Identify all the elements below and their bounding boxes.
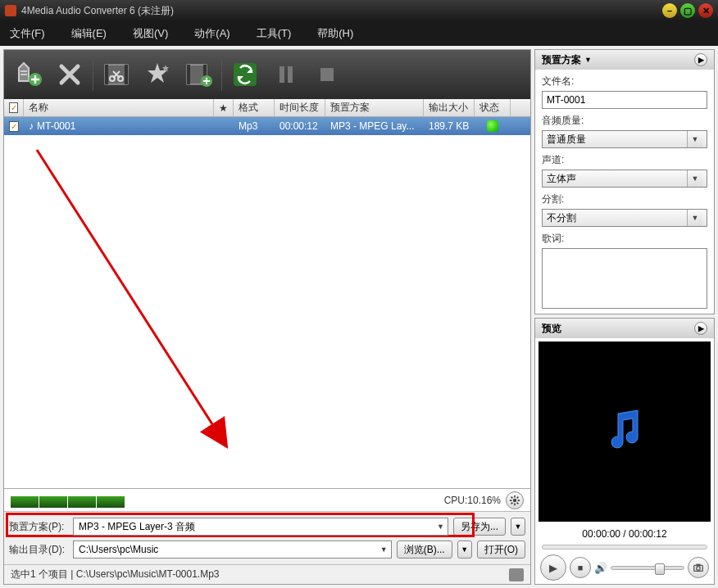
music-note-icon: ♪ [29, 120, 34, 132]
close-button[interactable]: ✕ [698, 3, 713, 18]
preview-title: 预览 [542, 322, 561, 336]
col-star[interactable]: ★ [214, 99, 234, 116]
filename-input[interactable] [542, 91, 707, 109]
svg-point-17 [697, 567, 700, 570]
convert-button[interactable] [227, 57, 263, 93]
stop-button[interactable] [309, 57, 345, 93]
add-file-button[interactable] [11, 57, 47, 93]
lyrics-textarea[interactable] [542, 248, 707, 309]
snapshot-button[interactable] [688, 557, 709, 578]
preview-screen[interactable] [538, 341, 711, 522]
svg-rect-13 [320, 68, 334, 81]
channel-combo[interactable]: 立体声 [542, 170, 707, 188]
col-checkbox[interactable]: ✓ [4, 99, 24, 116]
menu-file[interactable]: 文件(F) [10, 26, 45, 41]
svg-rect-2 [105, 65, 108, 84]
disk-icon [509, 568, 524, 581]
svg-rect-12 [288, 66, 293, 83]
row-format: Mp3 [234, 120, 275, 132]
row-checkbox[interactable]: ✓ [9, 121, 19, 132]
maximize-button[interactable]: ▢ [680, 3, 695, 18]
music-notes-icon [600, 405, 649, 458]
preview-time: 00:00:00 / 00:00:12 [535, 525, 714, 543]
preset-combo[interactable]: MP3 - MPEG Layer-3 音频 [73, 518, 448, 536]
pause-button[interactable] [268, 57, 304, 93]
volume-slider[interactable] [611, 566, 684, 570]
col-name[interactable]: 名称 [24, 99, 214, 116]
preset-panel-title: 预置方案 [542, 53, 581, 67]
saveas-button[interactable]: 另存为... [453, 518, 506, 536]
app-logo-icon [5, 5, 16, 16]
channel-label: 声道: [542, 153, 707, 167]
col-size[interactable]: 输出大小 [424, 99, 475, 116]
panel-expand-button[interactable]: ▶ [694, 53, 707, 66]
menubar: 文件(F) 编辑(E) 视图(V) 动作(A) 工具(T) 帮助(H) [0, 21, 718, 46]
menu-view[interactable]: 视图(V) [133, 26, 168, 41]
annotation-arrow [29, 142, 242, 469]
col-status[interactable]: 状态 [475, 99, 511, 116]
svg-rect-3 [125, 65, 128, 84]
menu-edit[interactable]: 编辑(E) [71, 26, 107, 41]
outdir-label: 输出目录(D): [9, 543, 68, 557]
outdir-combo[interactable]: C:\Users\pc\Music [73, 541, 392, 559]
col-preset[interactable]: 预置方案 [325, 99, 424, 116]
saveas-dropdown[interactable]: ▼ [511, 518, 525, 536]
delete-button[interactable] [52, 57, 88, 93]
row-duration: 00:00:12 [275, 120, 325, 132]
col-duration[interactable]: 时间长度 [275, 99, 325, 116]
preview-panel: 预览 ▶ 00:00:00 / 00:00:12 ▶ ■ 🔊 [534, 318, 715, 585]
preset-label: 预置方案(P): [9, 520, 68, 534]
col-format[interactable]: 格式 [234, 99, 275, 116]
svg-line-14 [37, 150, 225, 445]
browse-dropdown[interactable]: ▼ [457, 541, 472, 559]
play-button[interactable]: ▶ [540, 554, 566, 581]
titlebar: 4Media Audio Converter 6 (未注册) – ▢ ✕ [0, 0, 718, 21]
svg-rect-18 [696, 564, 700, 567]
menu-action[interactable]: 动作(A) [194, 26, 229, 41]
window-title: 4Media Audio Converter 6 (未注册) [21, 4, 662, 18]
statusbar: 选中1 个项目 | C:\Users\pc\Music\MT-0001.Mp3 [4, 564, 530, 584]
clip-button[interactable] [98, 57, 134, 93]
row-size: 189.7 KB [424, 120, 475, 132]
table-header: ✓ 名称 ★ 格式 时间长度 预置方案 输出大小 状态 [4, 99, 530, 117]
minimize-button[interactable]: – [662, 3, 677, 18]
quality-combo[interactable]: 普通质量 [542, 130, 707, 148]
status-text: 选中1 个项目 | C:\Users\pc\Music\MT-0001.Mp3 [11, 568, 220, 581]
cpu-meter-icon [11, 493, 444, 508]
row-preset: MP3 - MPEG Lay... [325, 120, 424, 132]
add-profile-button[interactable] [180, 57, 216, 93]
row-name: MT-0001 [37, 120, 75, 132]
quality-label: 音频质量: [542, 114, 707, 128]
volume-icon: 🔊 [594, 562, 607, 574]
effects-button[interactable] [139, 57, 175, 93]
preset-panel: 预置方案 ▼ ▶ 文件名: 音频质量: 普通质量 声道: 立体声 分割: 不分割… [534, 49, 715, 314]
menu-tool[interactable]: 工具(T) [257, 26, 292, 41]
svg-rect-11 [279, 66, 284, 83]
preview-progress[interactable] [542, 545, 707, 550]
browse-button[interactable]: 浏览(B)... [397, 541, 452, 559]
chevron-down-icon[interactable]: ▼ [584, 56, 592, 64]
lyrics-label: 歌词: [542, 232, 707, 246]
player-stop-button[interactable]: ■ [570, 557, 591, 578]
split-label: 分割: [542, 192, 707, 206]
preview-expand-button[interactable]: ▶ [694, 322, 707, 335]
cpu-settings-button[interactable] [506, 491, 524, 509]
status-ready-icon [487, 120, 498, 132]
svg-rect-7 [187, 65, 190, 84]
menu-help[interactable]: 帮助(H) [317, 26, 353, 41]
filename-label: 文件名: [542, 75, 707, 88]
open-button[interactable]: 打开(O) [477, 541, 525, 559]
svg-point-15 [513, 498, 516, 501]
toolbar [4, 50, 530, 99]
cpu-bar: CPU:10.16% [4, 488, 530, 511]
file-list[interactable]: ✓ ♪MT-0001 Mp3 00:00:12 MP3 - MPEG Lay..… [4, 117, 530, 488]
table-row[interactable]: ✓ ♪MT-0001 Mp3 00:00:12 MP3 - MPEG Lay..… [4, 117, 530, 135]
cpu-text: CPU:10.16% [444, 495, 501, 506]
split-combo[interactable]: 不分割 [542, 209, 707, 227]
